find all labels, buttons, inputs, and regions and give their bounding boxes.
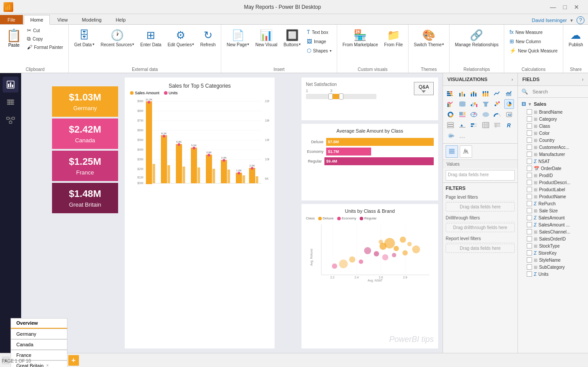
viz-filled-map[interactable]: [481, 110, 491, 119]
kpi-card-canada[interactable]: $2.42M Canada: [52, 119, 118, 149]
viz-panel-expand[interactable]: ›: [511, 77, 513, 82]
viz-more-options[interactable]: …: [458, 131, 467, 141]
field-item-saleschannel---[interactable]: ⊞SalesChannel...: [518, 228, 588, 235]
viz-funnel[interactable]: [481, 99, 491, 109]
viz-100-stacked[interactable]: [481, 89, 491, 98]
recent-sources-button[interactable]: 🕐 Recent Sources ▾: [98, 26, 137, 49]
refresh-button[interactable]: ↻ Refresh: [197, 26, 218, 49]
kpi-card-germany[interactable]: $1.03M Germany: [52, 86, 118, 117]
tab-file[interactable]: File: [0, 15, 23, 24]
field-item-units[interactable]: ΣUnits: [518, 271, 588, 278]
viz-arcgis[interactable]: ARC: [446, 131, 455, 141]
viz-line[interactable]: [492, 89, 502, 98]
values-drop-zone[interactable]: Drag data fields here: [446, 170, 515, 181]
viz-scatter[interactable]: [492, 99, 502, 109]
report-view-icon[interactable]: [3, 77, 19, 93]
page-drag-zone[interactable]: Drag data fields here: [446, 202, 515, 211]
from-marketplace-button[interactable]: 🏪 From Marketplace: [340, 26, 381, 49]
field-item-stocktype[interactable]: ⊞StockType: [518, 242, 588, 249]
enter-data-button[interactable]: ⊞ Enter Data: [138, 26, 164, 49]
page-tab-overview[interactable]: Overview: [11, 318, 67, 329]
text-box-button[interactable]: TText box: [304, 28, 334, 36]
field-item-color[interactable]: ⊞Color: [518, 130, 588, 137]
edit-queries-button[interactable]: ⚙ Edit Queries ▾: [165, 26, 197, 49]
cut-button[interactable]: ✂Cut: [24, 26, 66, 34]
new-column-button[interactable]: ⊞New Column: [507, 37, 560, 45]
field-item-repurch[interactable]: ΣRePurch: [518, 200, 588, 207]
viz-map[interactable]: [469, 110, 479, 119]
maximize-button[interactable]: □: [562, 4, 569, 11]
tab-modeling[interactable]: Modeling: [75, 15, 108, 24]
field-item-productdescri---[interactable]: ⊞ProductDescri...: [518, 179, 588, 186]
page-tab-canada[interactable]: Canada: [11, 339, 67, 350]
field-item-storekey[interactable]: ΣStoreKey: [518, 249, 588, 256]
tab-view[interactable]: View: [51, 15, 74, 24]
viz-table[interactable]: [481, 120, 491, 130]
viz-treemap[interactable]: [458, 110, 467, 119]
field-item-productname[interactable]: ⊞ProductName: [518, 193, 588, 200]
field-item-prodid[interactable]: ⊞ProdID: [518, 172, 588, 179]
fields-build-icon[interactable]: [446, 145, 458, 158]
copy-button[interactable]: ⧉Copy: [24, 35, 66, 43]
page-tab-germany[interactable]: Germany: [11, 329, 67, 339]
add-page-button[interactable]: +: [68, 355, 79, 366]
buttons-button[interactable]: 🔲 Buttons ▾: [281, 26, 303, 49]
field-item-stylename[interactable]: ⊞StyleName: [518, 256, 588, 263]
viz-multi-row[interactable]: [446, 120, 455, 130]
viz-kpi[interactable]: ▲: [458, 120, 467, 130]
viz-pie[interactable]: [504, 99, 514, 109]
field-item-country[interactable]: ⊞Country: [518, 137, 588, 144]
format-build-icon[interactable]: [460, 145, 472, 158]
field-item-salesamount[interactable]: ΣSalesAmount: [518, 214, 588, 221]
minimize-button[interactable]: —: [548, 4, 558, 11]
format-painter-button[interactable]: 🖌Format Painter: [24, 43, 66, 51]
viz-column[interactable]: [458, 89, 467, 98]
model-view-icon[interactable]: [3, 112, 19, 128]
data-view-icon[interactable]: [3, 94, 19, 110]
field-item-orderdate[interactable]: 📅OrderDate: [518, 165, 588, 172]
tab-home[interactable]: Home: [24, 15, 50, 25]
new-page-button[interactable]: 📄 New Page ▾: [224, 26, 252, 49]
paste-button[interactable]: 📋 Paste: [4, 26, 23, 49]
new-measure-button[interactable]: fxNew Measure: [507, 28, 560, 36]
drillthrough-drag-zone[interactable]: Drag drillthrough fields here: [446, 223, 515, 232]
viz-area[interactable]: [504, 89, 514, 98]
kpi-card-france[interactable]: $1.25M France: [52, 151, 118, 181]
viz-line-clustered[interactable]: [446, 99, 455, 109]
field-item-salesorderid[interactable]: ⊞SalesOrderID: [518, 235, 588, 242]
viz-slicer[interactable]: [469, 120, 479, 130]
switch-theme-button[interactable]: 🎨 Switch Theme ▾: [411, 26, 447, 49]
new-quick-measure-button[interactable]: ⚡New Quick Measure: [507, 47, 560, 55]
field-item-productlabel[interactable]: ⊞ProductLabel: [518, 186, 588, 193]
field-item-class[interactable]: ⊞Class: [518, 122, 588, 130]
viz-card[interactable]: 42: [504, 110, 514, 119]
report-drag-zone[interactable]: Drag data fields here: [446, 244, 515, 253]
tab-close-4[interactable]: ×: [46, 363, 49, 367]
field-item-brandname[interactable]: ⊞BrandName: [518, 108, 588, 115]
viz-stacked-column[interactable]: [469, 89, 479, 98]
manage-relationships-button[interactable]: 🔗 Manage Relationships: [452, 26, 501, 49]
close-button[interactable]: ✕: [572, 4, 581, 11]
viz-r-visual[interactable]: R: [504, 120, 514, 130]
viz-stacked-bar[interactable]: [446, 89, 455, 98]
search-input[interactable]: [530, 88, 584, 96]
field-item-nsat[interactable]: ΣNSAT: [518, 158, 588, 165]
sales-table-header[interactable]: ⊟ ▼ Sales: [518, 100, 588, 108]
viz-matrix[interactable]: [492, 120, 502, 130]
image-button[interactable]: 🖼Image: [304, 37, 334, 45]
publish-button[interactable]: ☁ Publish: [566, 26, 586, 49]
field-item-salesamount----[interactable]: ΣSalesAmount ...: [518, 221, 588, 228]
field-item-manufacturer[interactable]: ⊞Manufacturer: [518, 151, 588, 158]
qna-button[interactable]: Q&A: [414, 82, 434, 95]
from-file-button[interactable]: 📁 From File: [382, 26, 406, 49]
viz-ribbon[interactable]: [458, 99, 467, 109]
field-item-category[interactable]: ⊞Category: [518, 115, 588, 122]
new-visual-button[interactable]: 📊 New Visual: [253, 26, 280, 49]
field-item-sale-size[interactable]: ⊞Sale Size: [518, 207, 588, 214]
viz-donut[interactable]: [446, 110, 455, 119]
kpi-card-great-britain[interactable]: $1.48M Great Britain: [52, 183, 118, 213]
viz-gauge[interactable]: [492, 110, 502, 119]
viz-waterfall[interactable]: [469, 99, 479, 109]
field-item-customeracc---[interactable]: ⊞CustomerAcc...: [518, 144, 588, 151]
tab-help[interactable]: Help: [109, 15, 132, 24]
